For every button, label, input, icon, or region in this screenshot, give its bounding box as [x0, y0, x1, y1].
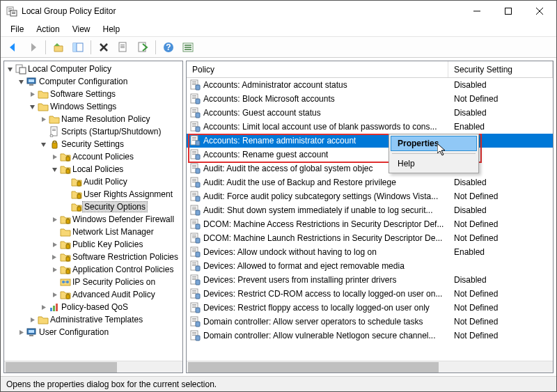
up-button[interactable]: [50, 39, 67, 56]
column-policy[interactable]: Policy: [187, 61, 448, 77]
expand-icon[interactable]: [49, 239, 60, 250]
policy-row[interactable]: Accounts: Administrator account statusDi…: [187, 78, 553, 92]
forward-button[interactable]: [24, 39, 41, 56]
svg-rect-17: [120, 45, 125, 45]
expand-icon[interactable]: [26, 314, 38, 325]
tree-node[interactable]: Advanced Audit Policy: [4, 288, 182, 301]
menu-help[interactable]: Help: [97, 23, 126, 36]
tree-node[interactable]: Windows Settings: [4, 100, 182, 113]
policy-row[interactable]: Accounts: Guest account statusDisabled: [187, 106, 553, 120]
policy-name: Accounts: Guest account status: [203, 108, 321, 118]
tree-node[interactable]: Computer Configuration: [4, 75, 182, 88]
policy-row[interactable]: Audit: Audit the access of global system…: [187, 162, 553, 175]
tree-node[interactable]: Security Options: [4, 201, 182, 213]
svg-rect-12: [73, 43, 77, 52]
expand-icon[interactable]: [49, 251, 60, 262]
horizontal-scrollbar[interactable]: [187, 361, 553, 373]
menu-action[interactable]: Action: [31, 23, 65, 36]
context-menu: Properties Help: [389, 134, 479, 173]
policy-row[interactable]: Audit: Force audit policy subcategory se…: [187, 189, 553, 203]
menu-view[interactable]: View: [67, 23, 96, 36]
policy-row[interactable]: Domain controller: Allow server operator…: [187, 315, 553, 329]
tree-node-label: User Rights Assignment: [82, 189, 174, 199]
policy-row[interactable]: Domain controller: Allow vulnerable Netl…: [187, 329, 553, 343]
tree-spacer: [38, 126, 49, 137]
policy-setting: Disabled: [448, 178, 553, 187]
tree-node[interactable]: Software Restriction Policies: [4, 251, 182, 263]
expand-icon[interactable]: [49, 264, 60, 275]
policy-row[interactable]: Accounts: Rename guest account: [187, 148, 553, 162]
policy-row[interactable]: Devices: Restrict floppy access to local…: [187, 301, 553, 315]
tree-node[interactable]: Security Settings: [4, 138, 182, 150]
tree-node-label: IP Security Policies on: [71, 277, 157, 287]
properties-button[interactable]: [115, 39, 132, 56]
policy-row[interactable]: Devices: Restrict CD-ROM access to local…: [187, 287, 553, 301]
collapse-icon[interactable]: [26, 101, 38, 112]
policy-name: Devices: Allowed to format and eject rem…: [203, 261, 405, 271]
tree-node[interactable]: User Configuration: [4, 326, 182, 338]
lfold-icon: [71, 201, 82, 212]
tree-node[interactable]: Account Policies: [4, 150, 182, 163]
expand-icon[interactable]: [49, 289, 60, 300]
expand-icon[interactable]: [49, 214, 60, 225]
policy-row[interactable]: Accounts: Block Microsoft accountsNot De…: [187, 92, 553, 106]
policy-row[interactable]: Devices: Prevent users from installing p…: [187, 273, 553, 287]
maximize-button[interactable]: [492, 1, 524, 21]
policy-row[interactable]: DCOM: Machine Access Restrictions in Sec…: [187, 217, 553, 231]
fold-icon: [49, 113, 60, 125]
tree-node[interactable]: Network List Manager: [4, 226, 182, 238]
show-hide-tree-button[interactable]: [70, 39, 86, 56]
policy-row[interactable]: DCOM: Machine Launch Restrictions in Sec…: [187, 231, 553, 245]
expand-icon[interactable]: [26, 88, 38, 100]
close-button[interactable]: [524, 1, 555, 21]
policy-list[interactable]: Accounts: Administrator account statusDi…: [187, 78, 553, 361]
collapse-icon[interactable]: [15, 76, 26, 87]
policy-row[interactable]: Audit: Shut down system immediately if u…: [187, 203, 553, 217]
collapse-icon[interactable]: [4, 63, 15, 75]
policy-setting: Disabled: [448, 275, 553, 285]
tree-node[interactable]: Local Computer Policy: [4, 63, 182, 75]
horizontal-scrollbar[interactable]: [4, 361, 182, 373]
tree-node[interactable]: Public Key Policies: [4, 238, 182, 251]
context-menu-properties[interactable]: Properties: [391, 136, 477, 151]
svg-rect-18: [120, 46, 125, 47]
tree-node[interactable]: Local Policies: [4, 163, 182, 175]
minimize-button[interactable]: [461, 1, 492, 21]
tree-node-label: Local Policies: [71, 164, 125, 174]
svg-rect-19: [120, 47, 125, 48]
policy-row[interactable]: Audit: Audit the use of Backup and Resto…: [187, 175, 553, 189]
tree-node[interactable]: Administrative Templates: [4, 313, 182, 326]
pc-icon: [26, 76, 38, 87]
tree-node[interactable]: Name Resolution Policy: [4, 113, 182, 125]
filter-button[interactable]: [180, 39, 196, 56]
policy-icon: [189, 121, 201, 132]
console-tree[interactable]: Local Computer PolicyComputer Configurat…: [4, 61, 182, 361]
expand-icon[interactable]: [15, 327, 26, 338]
tree-node[interactable]: Application Control Policies: [4, 263, 182, 276]
tree-node[interactable]: Audit Policy: [4, 175, 182, 188]
context-menu-help[interactable]: Help: [391, 156, 477, 171]
collapse-icon[interactable]: [38, 139, 49, 150]
tree-node[interactable]: IP Security Policies on: [4, 276, 182, 288]
expand-icon[interactable]: [38, 301, 49, 313]
tree-node[interactable]: User Rights Assignment: [4, 188, 182, 201]
expand-icon[interactable]: [38, 113, 49, 125]
tree-node[interactable]: Policy-based QoS: [4, 301, 182, 313]
collapse-icon[interactable]: [49, 164, 60, 175]
help-button[interactable]: ?: [160, 39, 177, 56]
back-button[interactable]: [5, 39, 22, 56]
policy-row[interactable]: Devices: Allowed to format and eject rem…: [187, 259, 553, 273]
tree-node[interactable]: Scripts (Startup/Shutdown): [4, 125, 182, 138]
policy-row[interactable]: Devices: Allow undock without having to …: [187, 245, 553, 259]
column-setting[interactable]: Security Setting: [448, 61, 553, 77]
export-list-button[interactable]: [134, 39, 151, 56]
policy-setting: Not Defined: [448, 331, 553, 340]
tree-node[interactable]: Windows Defender Firewall: [4, 213, 182, 226]
menu-file[interactable]: File: [5, 23, 29, 36]
tree-node[interactable]: Software Settings: [4, 88, 182, 100]
policy-icon: [189, 288, 201, 299]
policy-row[interactable]: Accounts: Limit local account use of bla…: [187, 120, 553, 134]
policy-row[interactable]: Accounts: Rename administrator accountat…: [187, 134, 553, 148]
delete-button[interactable]: [95, 39, 112, 56]
expand-icon[interactable]: [49, 151, 60, 162]
